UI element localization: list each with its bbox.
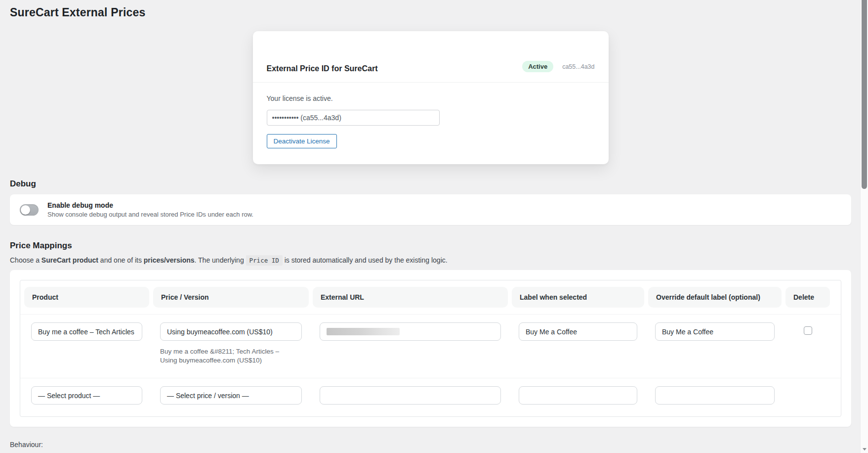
external-url-cell (313, 322, 508, 341)
product-cell: Buy me a coffee – Tech Articles (24, 322, 149, 341)
column-header-external-url: External URL (313, 287, 508, 308)
table-header-row: Product Price / Version External URL Lab… (20, 280, 841, 315)
debug-toggle[interactable] (20, 204, 39, 216)
table-row: Buy me a coffee – Tech Articles Using bu… (20, 315, 841, 378)
desc-segment: is stored automatically and used by the … (283, 256, 448, 264)
column-header-product: Product (24, 287, 149, 308)
license-card: External Price ID for SureCart Active ca… (253, 31, 609, 164)
override-label-cell (648, 322, 782, 341)
column-header-label-when-selected: Label when selected (512, 287, 644, 308)
override-label-input[interactable] (655, 322, 775, 341)
debug-toggle-text: Enable debug mode Show console debug out… (47, 201, 253, 218)
behaviour-note: Behaviour: – Select a product & price; t… (10, 441, 851, 453)
license-status-text: Your license is active. (267, 94, 595, 102)
override-label-cell (648, 386, 782, 405)
price-mappings-table: Product Price / Version External URL Lab… (20, 280, 841, 417)
delete-cell (785, 386, 830, 390)
price-mappings-heading: Price Mappings (10, 241, 851, 251)
license-id-short: ca55...4a3d (562, 63, 594, 70)
label-when-selected-cell (512, 386, 644, 405)
override-label-input[interactable] (655, 386, 775, 405)
external-url-cell (313, 386, 508, 405)
debug-panel: Enable debug mode Show console debug out… (10, 194, 851, 225)
desc-segment-bold: SureCart product (41, 256, 98, 264)
column-header-price-version: Price / Version (153, 287, 309, 308)
price-mappings-panel: Product Price / Version External URL Lab… (10, 270, 851, 427)
price-version-helper-text: Buy me a coffee &#8211; Tech Articles – … (160, 347, 284, 365)
desc-segment: and one of its (98, 256, 144, 264)
desc-segment: Choose a (10, 256, 41, 264)
external-url-input[interactable] (320, 322, 501, 341)
desc-segment-bold: prices/versions (144, 256, 195, 264)
redacted-url-bar (327, 328, 400, 335)
product-select[interactable]: Buy me a coffee – Tech Articles (31, 322, 142, 341)
debug-toggle-knob (21, 205, 30, 215)
table-row: — Select product — — Select price / vers… (20, 378, 841, 416)
price-version-select[interactable]: — Select price / version — (160, 386, 302, 405)
page-title: SureCart External Prices (10, 6, 851, 19)
label-when-selected-cell (512, 322, 644, 341)
license-key-input[interactable] (267, 110, 440, 126)
license-card-header: External Price ID for SureCart Active ca… (253, 31, 609, 83)
debug-toggle-description: Show console debug output and reveal sto… (47, 211, 253, 218)
price-version-cell: — Select price / version — (153, 386, 309, 405)
scrollbar-down-arrow-icon[interactable] (863, 448, 867, 451)
price-id-code-chip: Price ID (246, 255, 283, 266)
external-url-input[interactable] (320, 386, 501, 405)
license-card-title: External Price ID for SureCart (267, 64, 378, 73)
product-select[interactable]: — Select product — (31, 386, 142, 405)
product-cell: — Select product — (24, 386, 149, 405)
label-when-selected-input[interactable] (519, 386, 637, 405)
price-version-cell: Using buymeacoffee.com (US$10) Buy me a … (153, 322, 309, 365)
desc-segment: . The underlying (195, 256, 246, 264)
debug-toggle-label: Enable debug mode (47, 201, 253, 209)
main-content: SureCart External Prices External Price … (0, 0, 860, 453)
price-mappings-description: Choose a SureCart product and one of its… (10, 256, 851, 264)
column-header-override-label: Override default label (optional) (648, 287, 782, 308)
license-card-header-right: Active ca55...4a3d (522, 61, 594, 73)
debug-section-heading: Debug (10, 179, 851, 189)
column-header-delete: Delete (785, 287, 830, 308)
delete-checkbox[interactable] (804, 326, 812, 335)
license-card-body: Your license is active. Deactivate Licen… (253, 83, 609, 164)
vertical-scrollbar[interactable] (860, 0, 868, 453)
label-when-selected-input[interactable] (519, 322, 637, 341)
price-version-select[interactable]: Using buymeacoffee.com (US$10) (160, 322, 302, 341)
delete-cell (785, 322, 830, 335)
deactivate-license-button[interactable]: Deactivate License (267, 134, 337, 148)
scrollbar-thumb[interactable] (862, 0, 867, 189)
behaviour-heading: Behaviour: (10, 441, 851, 450)
license-status-badge: Active (522, 61, 553, 72)
